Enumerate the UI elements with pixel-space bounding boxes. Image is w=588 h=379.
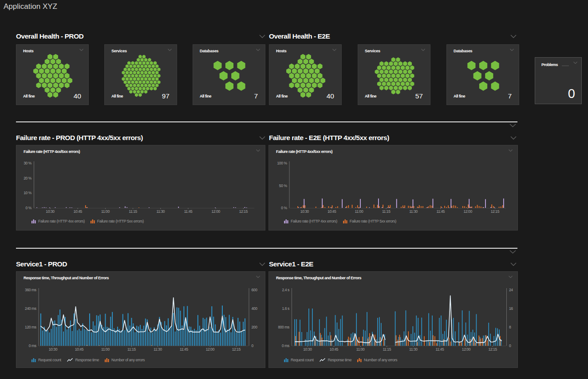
- legend-label: Request count: [38, 358, 61, 362]
- problems-dash: [562, 66, 569, 66]
- failure-rate-chart-prod[interactable]: 10:3010:4511:0011:1511:3011:4512:0012:15…: [16, 145, 266, 231]
- legend-item-response-time[interactable]: Response time: [320, 358, 352, 362]
- section-header-service1-e2e: Service1 - E2E: [269, 260, 517, 269]
- svg-text:0 ms: 0 ms: [282, 344, 289, 348]
- entity-count: 40: [327, 92, 334, 100]
- svg-text:16: 16: [509, 306, 513, 311]
- svg-text:400: 400: [252, 306, 258, 311]
- page-title: Application XYZ: [4, 2, 57, 11]
- line-chart-icon: [320, 358, 326, 362]
- chevron-down-icon[interactable]: [573, 62, 577, 64]
- svg-text:11:30: 11:30: [156, 209, 165, 214]
- svg-text:11:00: 11:00: [101, 209, 110, 214]
- section-header-overall-health-e2e: Overall Health - E2E: [269, 32, 517, 41]
- health-tile-databases-prod[interactable]: Databases All fine 7: [193, 44, 265, 105]
- legend-label: Response time: [75, 358, 99, 362]
- chart-tile-service1-prod[interactable]: Response time, Throughput and Number of …: [16, 271, 265, 368]
- service-metrics-chart-prod[interactable]: 10:3010:4511:0011:1511:3011:4512:0012:15…: [16, 272, 266, 368]
- health-tile-services-prod[interactable]: Services All fine 97: [104, 44, 177, 105]
- svg-text:11:00: 11:00: [356, 347, 365, 352]
- legend-item-4xx[interactable]: Failure rate (HTTP 4xx errors): [32, 219, 85, 223]
- svg-text:600: 600: [252, 288, 258, 292]
- legend-item-request-count[interactable]: Request count: [32, 358, 61, 362]
- dynatrace-dashboard: {"page":{"title":"Application XYZ"},"col…: [0, 0, 588, 379]
- section-title: Failure rate - PROD (HTTP 4xx/5xx errors…: [16, 134, 143, 142]
- bar-chart-icon: [32, 219, 36, 223]
- chevron-down-icon[interactable]: [510, 136, 517, 140]
- divider-line: [16, 121, 517, 122]
- chart-legend: Failure rate (HTTP 4xx errors) Failure r…: [284, 219, 396, 223]
- svg-text:12:00: 12:00: [212, 209, 221, 214]
- legend-label: Failure rate (HTTP 5xx errors): [97, 219, 144, 223]
- legend-label: Failure rate (HTTP 4xx errors): [38, 219, 85, 223]
- section-title: Service1 - PROD: [16, 260, 67, 268]
- svg-text:12:00: 12:00: [206, 347, 215, 352]
- svg-text:11:15: 11:15: [382, 209, 391, 214]
- chart-tile-failure-rate-e2e[interactable]: Failure rate (HTTP 4xx/5xx errors) 10:30…: [268, 145, 518, 231]
- line-chart-icon: [67, 358, 73, 362]
- legend-item-response-time[interactable]: Response time: [67, 358, 99, 362]
- svg-text:11:15: 11:15: [127, 347, 136, 352]
- svg-text:0 %: 0 %: [281, 206, 287, 210]
- svg-text:10:45: 10:45: [74, 209, 83, 214]
- chevron-down-icon[interactable]: [509, 124, 516, 127]
- svg-text:12:15: 12:15: [491, 209, 500, 214]
- chart-legend: Request count Response time Number of an…: [284, 358, 397, 362]
- legend-item-errors[interactable]: Number of any errors: [105, 358, 145, 362]
- failure-rate-chart-e2e[interactable]: 10:3010:4511:0011:1511:3011:4512:0012:15…: [269, 145, 518, 231]
- chart-tile-failure-rate-prod[interactable]: Failure rate (HTTP 4xx/5xx errors) 10:30…: [16, 145, 265, 231]
- svg-text:0 %: 0 %: [26, 206, 32, 210]
- legend-label: Response time: [328, 358, 352, 362]
- svg-text:10 %: 10 %: [24, 191, 32, 195]
- legend-item-5xx[interactable]: Failure rate (HTTP 5xx errors): [91, 219, 144, 223]
- health-status-label: All fine: [276, 94, 288, 98]
- svg-text:200: 200: [252, 325, 258, 329]
- tile-title: Problems: [541, 63, 558, 67]
- health-tile-databases-e2e[interactable]: Databases All fine 7: [446, 44, 519, 105]
- svg-text:50 %: 50 %: [279, 184, 288, 188]
- svg-text:240 ms: 240 ms: [25, 306, 36, 311]
- health-tile-hosts-e2e[interactable]: Hosts All fine 40: [269, 44, 342, 105]
- chevron-down-icon[interactable]: [259, 136, 265, 140]
- legend-label: Request count: [291, 358, 314, 362]
- service-metrics-chart-e2e[interactable]: 10:3010:4511:0011:1511:3011:4512:0012:15…: [269, 272, 518, 368]
- health-tile-services-e2e[interactable]: Services All fine 57: [358, 44, 430, 105]
- chevron-down-icon[interactable]: [509, 250, 516, 254]
- svg-text:11:45: 11:45: [184, 209, 193, 214]
- svg-text:11:00: 11:00: [355, 209, 363, 214]
- problems-count: 0: [568, 86, 575, 101]
- section-header-service1-prod: Service1 - PROD: [16, 260, 265, 269]
- section-title: Service1 - E2E: [269, 260, 313, 268]
- chart-legend: Request count Response time Number of an…: [32, 358, 145, 362]
- chevron-down-icon[interactable]: [510, 35, 517, 38]
- health-tile-hosts-prod[interactable]: Hosts All fine 40: [16, 44, 89, 105]
- chevron-down-icon[interactable]: [259, 262, 265, 266]
- svg-text:11:00: 11:00: [101, 347, 110, 352]
- health-status-label: All fine: [200, 94, 211, 98]
- chart-tile-service1-e2e[interactable]: Response time, Throughput and Number of …: [268, 271, 518, 368]
- svg-text:12:00: 12:00: [463, 209, 472, 214]
- legend-label: Number of any errors: [364, 358, 397, 362]
- svg-text:11:15: 11:15: [383, 347, 391, 352]
- health-status-label: All fine: [111, 94, 123, 98]
- entity-count: 57: [415, 92, 423, 100]
- legend-item-request-count[interactable]: Request count: [284, 358, 314, 362]
- problems-tile[interactable]: Problems 0: [535, 57, 582, 104]
- section-header-overall-health-prod: Overall Health - PROD: [16, 32, 265, 41]
- legend-item-5xx[interactable]: Failure rate (HTTP 5xx errors): [343, 219, 396, 223]
- svg-text:11:45: 11:45: [180, 347, 188, 352]
- bar-chart-icon: [32, 358, 36, 362]
- svg-text:10:30: 10:30: [303, 347, 312, 352]
- legend-label: Number of any errors: [111, 358, 145, 362]
- svg-text:0: 0: [252, 344, 254, 348]
- section-header-failure-rate-prod: Failure rate - PROD (HTTP 4xx/5xx errors…: [16, 133, 265, 142]
- chevron-down-icon[interactable]: [510, 262, 517, 266]
- svg-text:12:15: 12:15: [239, 209, 248, 214]
- legend-item-4xx[interactable]: Failure rate (HTTP 4xx errors): [284, 219, 337, 223]
- entity-count: 97: [162, 92, 170, 100]
- health-status-label: All fine: [365, 94, 376, 98]
- bar-chart-icon: [284, 358, 288, 362]
- chevron-down-icon[interactable]: [259, 35, 265, 38]
- svg-text:10:45: 10:45: [330, 347, 339, 352]
- legend-item-errors[interactable]: Number of any errors: [357, 358, 397, 362]
